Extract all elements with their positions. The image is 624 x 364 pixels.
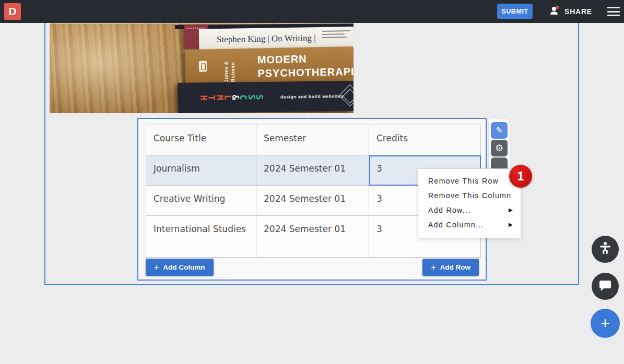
menu-item-remove-row[interactable]: Remove This Row (418, 174, 521, 188)
menu-item-add-column[interactable]: Add Column... ▶ (418, 217, 521, 232)
pencil-icon: ✎ (496, 126, 502, 135)
share-person-icon (549, 5, 561, 18)
book-tagline: design and build websites (280, 93, 344, 99)
add-content-button[interactable]: + (591, 309, 620, 338)
gear-icon: ⚙ (495, 143, 503, 153)
cell-semester[interactable]: 2024 Semester 01 (256, 186, 369, 216)
cell-title[interactable]: International Studies (146, 216, 256, 258)
submit-button[interactable]: SUBMIT (497, 4, 533, 19)
table-context-menu: Remove This Row Remove This Column Add R… (418, 168, 521, 238)
plus-icon: + (601, 309, 610, 338)
submenu-arrow-icon: ▶ (509, 217, 513, 232)
chat-bubble-icon (598, 278, 613, 295)
cell-semester[interactable]: 2024 Semester 01 (256, 155, 369, 186)
share-label: SHARE (564, 7, 592, 16)
author-line: Jones & (223, 53, 229, 82)
menu-item-add-row[interactable]: Add Row... ▶ (418, 203, 521, 217)
header-cell-credits[interactable]: Credits (369, 125, 481, 155)
accessibility-person-icon (597, 240, 613, 258)
app-logo[interactable]: D (4, 3, 21, 20)
submenu-arrow-icon: ▶ (509, 203, 513, 217)
add-column-button[interactable]: + Add Column (146, 259, 214, 276)
cell-title[interactable]: Creative Writing (146, 186, 256, 216)
diamond-logo-icon (339, 84, 354, 106)
publisher-logo (199, 60, 207, 71)
share-button[interactable]: SHARE (549, 5, 592, 18)
table-header-row: Course Title Semester Credits (146, 125, 481, 155)
cell-semester[interactable]: 2024 Semester 01 (256, 216, 369, 258)
book-psychotherapy-spine: Jones & Butman MODERN PSYCHOTHERAPI (185, 46, 354, 86)
accessibility-button[interactable] (592, 236, 619, 263)
hero-books-image[interactable]: Stephen King | On Writing | Jones & Butm… (50, 23, 354, 113)
cell-title[interactable]: Journalism (146, 155, 256, 186)
header-cell-course-title[interactable]: Course Title (146, 125, 256, 155)
book-title-text: Stephen King | On Writing | (217, 33, 316, 45)
book-title-letters: H T M L & C S S (201, 82, 263, 113)
book-authors: Jones & Butman (223, 53, 236, 82)
book-title-text: MODERN PSYCHOTHERAPI (257, 51, 354, 80)
book-fineprint (322, 30, 350, 40)
plus-icon: + (154, 263, 159, 272)
chat-button[interactable] (592, 273, 619, 300)
add-row-button[interactable]: + Add Row (422, 259, 479, 276)
author-line: Butman (230, 53, 236, 82)
edit-pencil-button[interactable]: ✎ (491, 122, 508, 139)
settings-gear-button[interactable]: ⚙ (491, 140, 508, 156)
hamburger-menu-icon[interactable] (607, 7, 620, 16)
menu-item-remove-column[interactable]: Remove This Column (418, 188, 521, 203)
top-app-bar: D SUBMIT SHARE (0, 0, 624, 23)
header-cell-semester[interactable]: Semester (256, 125, 369, 155)
book-htmlcss-spine: H T M L & C S S design and build website… (178, 81, 354, 113)
plus-icon: + (431, 263, 435, 272)
annotation-badge: 1 (509, 165, 532, 188)
